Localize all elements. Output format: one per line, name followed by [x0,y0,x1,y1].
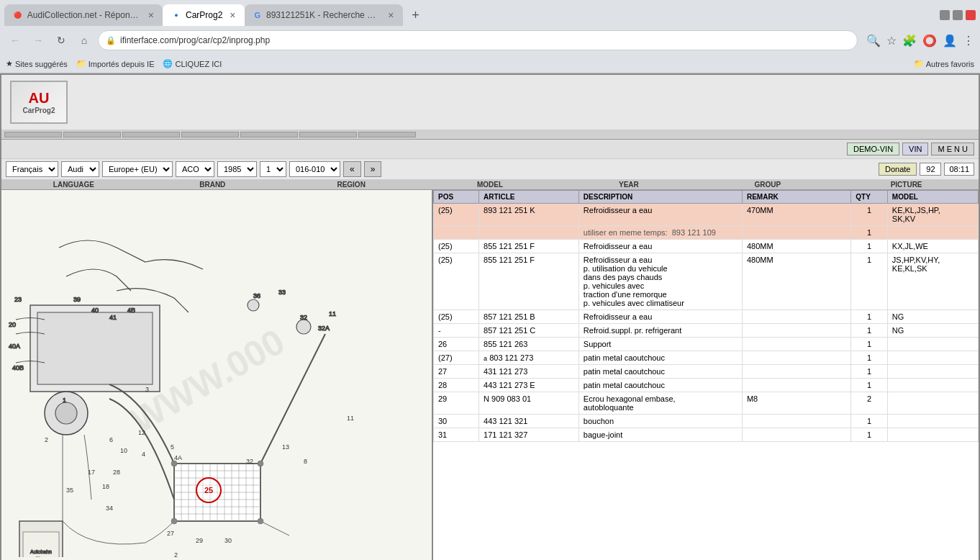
minimize-button[interactable] [940,10,950,20]
cell-remark: 480MM [742,240,850,253]
nav-tab-2[interactable] [63,132,121,137]
cell-remark [742,365,850,379]
donate-button[interactable]: Donate [879,163,917,176]
table-row[interactable]: 29 N 909 083 01 Ecrou hexagonal embase,a… [434,392,979,415]
tab-2[interactable]: ● CarProg2 × [163,4,245,26]
nav-tab-3[interactable] [122,132,180,137]
cell-qty: 1 [851,365,887,379]
nav-tab-4[interactable] [181,132,239,137]
other-bookmarks[interactable]: 📁 Autres favoris [914,59,974,68]
brand-select[interactable]: Audi VW [61,161,99,177]
home-button[interactable]: ⌂ [75,31,94,50]
region-select[interactable]: Europe+ (EU) USA [102,161,173,177]
menu-dots-icon[interactable]: ⋮ [963,34,974,48]
cell-qty: 2 [851,392,887,415]
tab2-close[interactable]: × [230,9,235,21]
tab3-close[interactable]: × [388,9,394,21]
model-select[interactable]: ACO ACE [176,161,214,177]
browser-chrome: 🔴 AudiCollection.net - Répondre × ● CarP… [0,0,980,73]
vin-button[interactable]: VIN [902,143,928,155]
cell-remark: M8 [742,392,850,415]
opera-icon[interactable]: ⭕ [922,34,937,48]
bookmark-suggested-icon: ★ [6,59,13,68]
svg-text:41: 41 [109,314,117,321]
cell-remark [742,310,850,324]
year-select[interactable]: 1985 1986 1984 [217,161,257,177]
cell-article: N 909 083 01 [479,392,579,415]
brand-label: BRAND [145,181,281,189]
cell-article: 443 121 273 E [479,379,579,392]
table-row[interactable]: 28 443 121 273 E patin metal caoutchouc … [434,379,979,392]
nav-tab-6[interactable] [299,132,357,137]
forward-button[interactable]: → [29,31,47,50]
picture-select[interactable]: 016-010 016-011 [289,161,340,177]
svg-text:27: 27 [167,530,174,537]
menu-button[interactable]: M E N U [931,143,974,155]
cell-model: NG [887,310,978,324]
parts-scroll[interactable]: POS ARTICLE DESCRIPTION REMARK QTY MODEL… [433,190,979,560]
bookmark-star-icon[interactable]: ☆ [886,34,897,48]
reload-button[interactable]: ↻ [52,31,71,50]
cell-description: patin metal caoutchouc [579,351,742,365]
header-description: DESCRIPTION [579,191,742,204]
nav-tab-7[interactable] [358,132,416,137]
diagram-panel: WWW.000 [1,190,433,560]
part-number-25: 25 [204,486,213,494]
year-label: YEAR [561,181,697,189]
cell-article: 431 121 273 [479,365,579,379]
table-row[interactable]: 31 171 121 327 bague-joint 1 [434,428,979,442]
svg-point-35 [248,299,259,311]
extensions-icon[interactable]: 🧩 [902,34,917,48]
url-bar[interactable]: 🔒 ifinterface.com/prog/car/cp2/inprog.ph… [98,30,858,50]
search-icon[interactable]: 🔍 [866,34,881,48]
next-button[interactable]: » [364,161,382,177]
table-row[interactable]: - 857 121 251 C Refroid.suppl. pr. refri… [434,324,979,338]
tab1-close[interactable]: × [148,9,154,21]
parts-table: POS ARTICLE DESCRIPTION REMARK QTY MODEL… [433,190,979,442]
svg-text:13: 13 [282,443,289,451]
table-row[interactable]: 30 443 121 321 bouchon 1 [434,415,979,428]
language-select[interactable]: Français English Deutsch [6,161,58,177]
profile-icon[interactable]: 👤 [943,34,957,48]
cell-article [479,226,579,240]
table-row[interactable]: (25) 855 121 251 F Refroidisseur a eau 4… [434,240,979,253]
table-row[interactable]: (27) a 803 121 273 patin metal caoutchou… [434,351,979,365]
new-tab-button[interactable]: + [406,5,426,25]
cell-description: utiliser en meme temps: 893 121 109 [579,226,742,240]
bookmark-clickici[interactable]: 🌐 CLIQUEZ ICI [163,59,222,68]
bookmark-clickici-label: CLIQUEZ ICI [175,60,222,68]
bookmark-suggested[interactable]: ★ Sites suggérés [6,59,68,68]
table-row[interactable]: (25) 855 121 251 F Refroidisseur a eaup.… [434,253,979,310]
table-row[interactable]: (25) 857 121 251 B Refroidisseur a eau 1… [434,310,979,324]
cell-pos [434,226,479,240]
maximize-button[interactable] [953,10,963,20]
bookmarks-bar: ★ Sites suggérés 📁 Importés depuis IE 🌐 … [0,55,980,73]
prev-button[interactable]: « [343,161,361,177]
cell-description: patin metal caoutchouc [579,379,742,392]
url-text: ifinterface.com/prog/car/cp2/inprog.php [120,35,270,45]
bookmark-imported[interactable]: 📁 Importés depuis IE [76,59,155,68]
nav-tabs [1,130,979,140]
table-row[interactable]: utiliser en meme temps: 893 121 109 1 [434,226,979,240]
table-row[interactable]: (25) 893 121 251 K Refroidisseur a eau 4… [434,204,979,226]
svg-point-76 [258,461,263,466]
nav-tab-1[interactable] [4,132,62,137]
svg-text:Autobahn: Autobahn [30,549,52,554]
cell-article: 855 121 251 F [479,253,579,310]
cell-qty: 1 [851,310,887,324]
table-row[interactable]: 26 855 121 263 Support 1 [434,338,979,351]
svg-text:40A: 40A [9,343,20,350]
bookmark-suggested-label: Sites suggérés [15,60,68,68]
svg-text:6: 6 [109,436,113,443]
tab-3[interactable]: G 893121251K - Recherche Google × [245,4,403,26]
cell-pos: - [434,324,479,338]
cell-pos: 31 [434,428,479,442]
group-select[interactable]: 1 2 3 [260,161,286,177]
table-row[interactable]: 27 431 121 273 patin metal caoutchouc 1 [434,365,979,379]
nav-tab-5[interactable] [240,132,298,137]
close-button[interactable] [966,10,976,20]
tab-1[interactable]: 🔴 AudiCollection.net - Répondre × [4,4,163,26]
header-remark: REMARK [742,191,850,204]
demo-vin-button[interactable]: DEMO-VIN [847,143,899,155]
back-button[interactable]: ← [6,31,24,50]
